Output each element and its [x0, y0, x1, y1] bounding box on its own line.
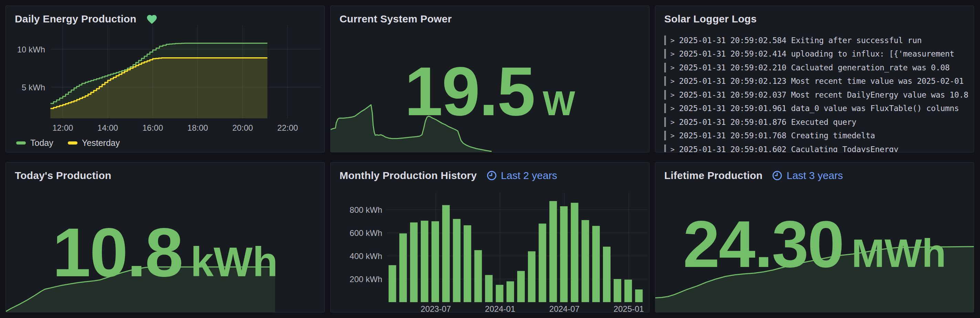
svg-text:14:00: 14:00: [97, 123, 118, 133]
time-range-label: Last 3 years: [786, 170, 843, 181]
svg-text:16:00: 16:00: [142, 123, 163, 133]
svg-text:600 kWh: 600 kWh: [350, 229, 382, 238]
log-level-stripe: [664, 90, 666, 100]
svg-text:18:00: 18:00: [187, 123, 208, 133]
log-text: 2025-01-31 20:59:01.961 data_0 value was…: [679, 104, 959, 113]
panel-title[interactable]: Monthly Production History: [339, 170, 477, 181]
log-line[interactable]: >2025-01-31 20:59:01.961 data_0 value wa…: [664, 102, 971, 115]
panel-header: Solar Logger Logs: [655, 6, 974, 27]
expand-chevron-icon[interactable]: >: [670, 36, 675, 45]
log-level-stripe: [664, 104, 666, 113]
legend-item-yesterday[interactable]: Yesterday: [68, 138, 120, 148]
clock-icon: [487, 170, 497, 181]
svg-text:2024-07: 2024-07: [549, 304, 579, 313]
legend-item-today[interactable]: Today: [16, 138, 53, 148]
log-text: 2025-01-31 20:59:02.414 uploading to inf…: [679, 50, 954, 58]
log-level-stripe: [664, 144, 666, 152]
log-line[interactable]: >2025-01-31 20:59:02.414 uploading to in…: [664, 47, 971, 61]
expand-chevron-icon[interactable]: >: [670, 131, 675, 140]
legend-swatch-today: [16, 141, 26, 144]
log-text: 2025-01-31 20:59:01.768 Creating timedel…: [679, 131, 875, 140]
panel-title[interactable]: Today's Production: [15, 170, 111, 181]
log-line[interactable]: >2025-01-31 20:59:01.876 Executed query: [664, 115, 971, 129]
legend-label: Today: [30, 138, 53, 148]
panel-header: Daily Energy Production: [6, 6, 325, 27]
expand-chevron-icon[interactable]: >: [670, 64, 675, 72]
svg-text:10 kWh: 10 kWh: [17, 45, 45, 54]
stat-unit: kWh: [191, 241, 278, 283]
time-range-link[interactable]: Last 3 years: [772, 170, 843, 181]
log-level-stripe: [664, 117, 666, 127]
time-range-link[interactable]: Last 2 years: [487, 170, 557, 181]
svg-text:20:00: 20:00: [232, 123, 253, 133]
stat-unit: MWh: [851, 233, 946, 273]
log-text: 2025-01-31 20:59:01.876 Executed query: [679, 118, 856, 126]
log-text: 2025-01-31 20:59:02.037 Most recent Dail…: [679, 90, 968, 99]
time-range-label: Last 2 years: [501, 170, 557, 181]
panel-header: Today's Production: [6, 163, 325, 183]
log-text: 2025-01-31 20:59:02.210 Cacluated genera…: [679, 63, 950, 72]
log-line[interactable]: >2025-01-31 20:59:02.584 Exiting after s…: [664, 34, 971, 47]
log-level-stripe: [664, 35, 666, 45]
expand-chevron-icon[interactable]: >: [670, 77, 675, 85]
log-line[interactable]: >2025-01-31 20:59:02.210 Cacluated gener…: [664, 61, 971, 75]
log-level-stripe: [664, 63, 666, 72]
svg-text:200 kWh: 200 kWh: [350, 275, 382, 284]
log-text: 2025-01-31 20:59:01.602 Caculating Today…: [679, 145, 898, 152]
logs-list[interactable]: >2025-01-31 20:59:02.584 Exiting after s…: [664, 34, 971, 152]
stat-value: 19.5: [405, 57, 535, 126]
log-line[interactable]: >2025-01-31 20:59:02.037 Most recent Dai…: [664, 88, 971, 102]
svg-text:12:00: 12:00: [52, 123, 73, 133]
panel-header: Lifetime Production Last 3 years: [655, 163, 974, 183]
log-level-stripe: [664, 131, 666, 141]
log-line[interactable]: >2025-01-31 20:59:01.768 Creating timede…: [664, 129, 971, 143]
panel-lifetime-production: Lifetime Production Last 3 years 24.30 M…: [655, 162, 974, 313]
panel-monthly-production-history: Monthly Production History Last 2 years …: [330, 162, 649, 313]
grafana-dashboard: Daily Energy Production 12:0014:0016:001…: [0, 0, 980, 318]
panel-header: Monthly Production History Last 2 years: [331, 163, 649, 183]
svg-text:2025-01: 2025-01: [614, 304, 644, 313]
svg-text:400 kWh: 400 kWh: [350, 251, 382, 261]
panel-header: Current System Power: [331, 6, 649, 27]
log-level-stripe: [664, 76, 666, 86]
log-line[interactable]: >2025-01-31 20:59:01.602 Caculating Toda…: [664, 142, 971, 152]
panel-title[interactable]: Solar Logger Logs: [664, 13, 757, 25]
expand-chevron-icon[interactable]: >: [670, 91, 675, 99]
expand-chevron-icon[interactable]: >: [670, 118, 675, 126]
panel-daily-energy-production: Daily Energy Production 12:0014:0016:001…: [5, 5, 325, 152]
expand-chevron-icon[interactable]: >: [670, 104, 675, 112]
log-level-stripe: [664, 49, 666, 59]
legend-swatch-yesterday: [68, 141, 78, 144]
panel-current-system-power: Current System Power 19.5 W: [330, 5, 649, 152]
stat-value: 10.8: [52, 218, 182, 287]
stat-display: 19.5 W: [331, 6, 649, 152]
svg-text:22:00: 22:00: [277, 123, 298, 133]
stat-display: 24.30 MWh: [655, 163, 974, 312]
panel-title[interactable]: Daily Energy Production: [15, 13, 136, 25]
svg-text:800 kWh: 800 kWh: [350, 205, 382, 214]
panel-title[interactable]: Lifetime Production: [664, 170, 762, 181]
health-heart-icon: [146, 13, 158, 25]
log-text: 2025-01-31 20:59:02.123 Most recent time…: [679, 77, 964, 86]
stat-display: 10.8 kWh: [6, 163, 325, 312]
stat-value: 24.30: [683, 211, 843, 277]
clock-icon: [772, 170, 782, 181]
expand-chevron-icon[interactable]: >: [670, 145, 675, 152]
svg-text:2023-07: 2023-07: [421, 304, 451, 313]
chart-legend: Today Yesterday: [16, 138, 120, 148]
svg-text:2024-01: 2024-01: [485, 304, 515, 313]
stat-unit: W: [542, 86, 575, 120]
expand-chevron-icon[interactable]: >: [670, 50, 675, 58]
panel-title[interactable]: Current System Power: [339, 13, 452, 25]
panel-solar-logger-logs: Solar Logger Logs >2025-01-31 20:59:02.5…: [655, 5, 974, 152]
log-line[interactable]: >2025-01-31 20:59:02.123 Most recent tim…: [664, 75, 971, 88]
legend-label: Yesterday: [82, 138, 120, 148]
panel-todays-production: Today's Production 10.8 kWh: [5, 162, 325, 313]
log-text: 2025-01-31 20:59:02.584 Exiting after su…: [679, 36, 921, 45]
monthly-history-bar-chart[interactable]: 200 kWh400 kWh600 kWh800 kWh2023-072024-…: [331, 163, 649, 313]
svg-text:5 kWh: 5 kWh: [22, 83, 45, 92]
daily-energy-chart[interactable]: 12:0014:0016:0018:0020:0022:005 kWh10 kW…: [6, 6, 325, 152]
